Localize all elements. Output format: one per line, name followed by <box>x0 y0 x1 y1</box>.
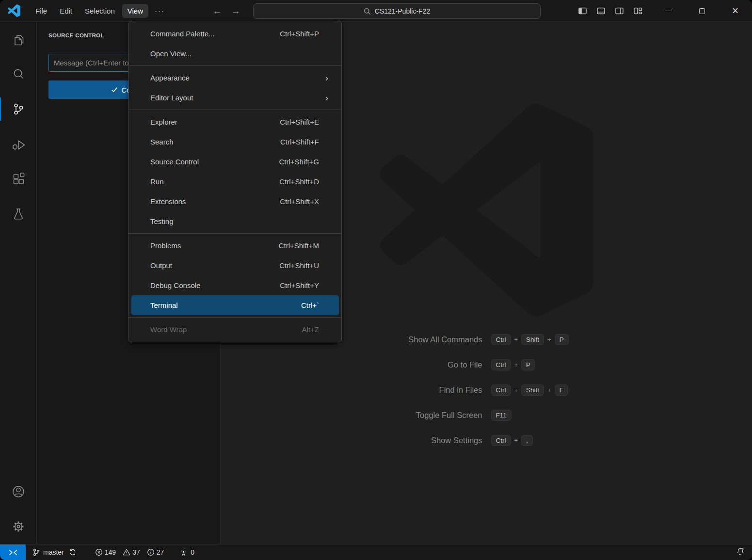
go-forward-icon[interactable]: → <box>231 5 240 16</box>
titlebar: File Edit Selection View ··· ← → CS121-P… <box>0 0 752 22</box>
plus-separator: + <box>514 336 518 343</box>
menu-separator <box>129 65 341 66</box>
view-menu-dropdown: Command Palette... Ctrl+Shift+P Open Vie… <box>128 21 342 342</box>
menubar-selection[interactable]: Selection <box>80 4 120 18</box>
menu-item-command-palette[interactable]: Command Palette... Ctrl+Shift+P <box>129 24 341 44</box>
check-icon <box>111 87 118 93</box>
customize-layout-icon[interactable] <box>633 6 643 16</box>
menu-item-shortcut: Ctrl+Shift+G <box>279 158 319 166</box>
activitybar-source-control[interactable] <box>0 92 36 127</box>
menu-item-label: Debug Console <box>150 281 200 289</box>
menu-item-debug-console[interactable]: Debug Console Ctrl+Shift+Y <box>129 275 341 295</box>
close-button[interactable]: × <box>719 0 752 22</box>
activitybar-extensions[interactable] <box>0 161 36 196</box>
activity-bar <box>0 22 37 544</box>
activitybar-testing[interactable] <box>0 196 36 231</box>
submenu-chevron-icon: › <box>325 93 328 103</box>
plus-separator: + <box>547 336 551 343</box>
remote-indicator[interactable] <box>0 544 26 560</box>
keycap: F <box>555 384 568 396</box>
shortcut-keys: Ctrl+Shift+F <box>491 384 656 396</box>
activitybar-accounts[interactable] <box>0 474 36 509</box>
menu-item-problems[interactable]: Problems Ctrl+Shift+M <box>129 236 341 256</box>
keycap: Ctrl <box>491 384 511 396</box>
window-controls: × <box>652 0 752 22</box>
ports-status-item[interactable]: 0 <box>176 544 198 560</box>
watermark-shortcuts: Show All Commands Ctrl+Shift+P Go to Fil… <box>221 327 752 453</box>
menu-item-testing[interactable]: Testing <box>129 211 341 231</box>
command-center-search[interactable]: CS121-Public-F22 <box>253 3 541 19</box>
activitybar-spacer <box>0 231 36 474</box>
menu-item-label: Editor Layout <box>150 94 193 102</box>
sidebar-title: SOURCE CONTROL <box>48 32 104 38</box>
vscode-window: File Edit Selection View ··· ← → CS121-P… <box>0 0 752 560</box>
menu-item-label: Testing <box>150 217 174 225</box>
info-count: 27 <box>157 548 164 556</box>
shortcut-keys: F11 <box>491 410 656 421</box>
close-icon: × <box>732 5 738 16</box>
git-branch-icon <box>32 548 40 556</box>
menu-item-appearance[interactable]: Appearance › <box>129 68 341 88</box>
shortcut-keys: Ctrl+Shift+P <box>491 334 656 345</box>
shortcut-label: Find in Files <box>318 385 482 395</box>
debug-icon <box>11 136 26 152</box>
error-icon <box>95 548 103 556</box>
warning-count: 37 <box>132 548 140 556</box>
keycap: , <box>521 435 533 446</box>
activitybar-settings[interactable] <box>0 509 36 544</box>
shortcut-label: Toggle Full Screen <box>318 411 482 420</box>
menubar-view[interactable]: View <box>122 4 148 18</box>
toggle-panel-icon[interactable] <box>596 6 606 16</box>
menubar-file[interactable]: File <box>30 4 52 18</box>
menu-separator <box>129 110 341 110</box>
menu-item-label: Extensions <box>150 197 186 206</box>
shortcut-label: Show All Commands <box>318 335 482 344</box>
search-icon <box>11 66 26 82</box>
shortcut-label: Show Settings <box>318 436 482 445</box>
diagnostics-status-item[interactable]: 149 37 27 <box>91 544 168 560</box>
shortcut-row: Toggle Full Screen F11 <box>221 402 752 428</box>
menu-item-search[interactable]: Search Ctrl+Shift+F <box>129 132 341 152</box>
menu-item-source-control[interactable]: Source Control Ctrl+Shift+G <box>129 152 341 172</box>
activitybar-run-debug[interactable] <box>0 127 36 161</box>
menu-item-shortcut: Ctrl+Shift+F <box>280 138 319 146</box>
menubar-edit[interactable]: Edit <box>54 4 78 18</box>
menu-item-terminal[interactable]: Terminal Ctrl+` <box>131 295 339 315</box>
menu-item-label: Terminal <box>150 301 178 309</box>
minimize-button[interactable] <box>652 0 685 22</box>
shortcut-row: Show Settings Ctrl+, <box>221 428 752 453</box>
menu-item-output[interactable]: Output Ctrl+Shift+U <box>129 256 341 275</box>
menu-item-run[interactable]: Run Ctrl+Shift+D <box>129 172 341 192</box>
toggle-primary-sidebar-icon[interactable] <box>577 6 588 16</box>
toggle-secondary-sidebar-icon[interactable] <box>614 6 624 16</box>
shortcut-keys: Ctrl+P <box>491 359 656 370</box>
menu-item-shortcut: Ctrl+` <box>301 301 319 309</box>
files-icon <box>11 32 26 47</box>
menu-item-open-view[interactable]: Open View... <box>129 44 341 64</box>
menu-item-editor-layout[interactable]: Editor Layout › <box>129 88 341 108</box>
sync-icon <box>69 548 77 556</box>
remote-icon <box>7 548 19 557</box>
menu-item-explorer[interactable]: Explorer Ctrl+Shift+E <box>129 112 341 132</box>
layout-controls <box>577 0 643 22</box>
go-back-icon[interactable]: ← <box>212 5 222 16</box>
radio-tower-icon <box>179 548 188 556</box>
menu-item-label: Word Wrap <box>150 325 187 334</box>
menubar-more-icon[interactable]: ··· <box>149 4 170 18</box>
menu-item-extensions[interactable]: Extensions Ctrl+Shift+X <box>129 192 341 211</box>
status-bar: master 149 37 <box>0 544 752 560</box>
menu-item-word-wrap[interactable]: Word Wrap Alt+Z <box>129 320 341 339</box>
activitybar-explorer[interactable] <box>0 22 36 57</box>
warnings-group: 37 <box>123 548 140 556</box>
branch-status-item[interactable]: master <box>29 544 80 560</box>
keycap: P <box>521 359 535 370</box>
source-control-icon <box>11 101 26 117</box>
activitybar-search[interactable] <box>0 57 36 92</box>
keycap: Shift <box>521 334 544 345</box>
menu-item-label: Output <box>150 261 172 270</box>
maximize-button[interactable] <box>685 0 719 22</box>
menu-item-shortcut: Ctrl+Shift+M <box>279 241 319 250</box>
notifications-item[interactable] <box>736 547 752 557</box>
workspace-name: CS121-Public-F22 <box>375 7 430 15</box>
nav-arrows: ← → <box>212 0 240 22</box>
